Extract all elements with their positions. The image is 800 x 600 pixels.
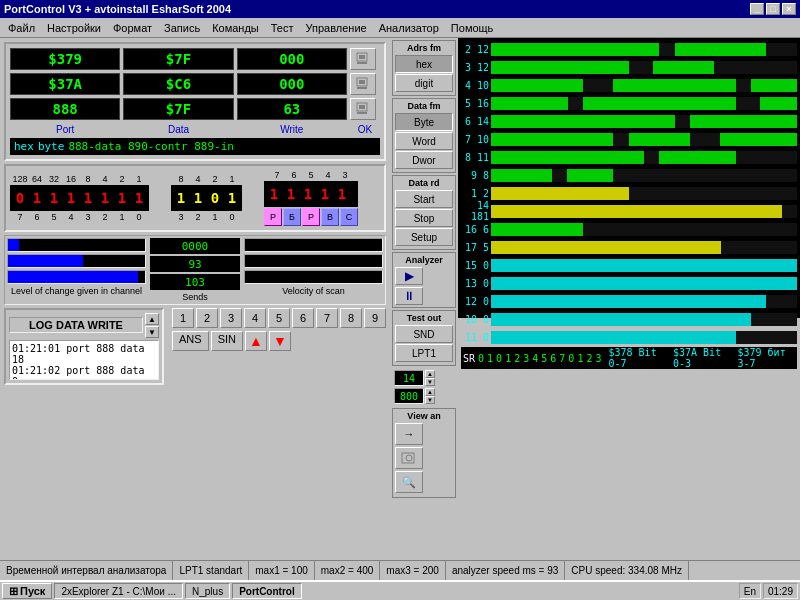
minimize-button[interactable]: _ xyxy=(750,3,764,15)
taskbar-portcontrol[interactable]: PortControl xyxy=(232,583,302,599)
menu-record[interactable]: Запись xyxy=(158,20,206,36)
snd-btn[interactable]: SND xyxy=(395,325,453,343)
arrow-down-button[interactable]: ▼ xyxy=(269,331,291,351)
num-btn-5[interactable]: 5 xyxy=(268,308,290,328)
analyzer-pause-btn[interactable]: ⏸ xyxy=(395,287,423,305)
scroll-down-btn[interactable]: ▼ xyxy=(145,326,159,338)
bit-3[interactable]: 1 xyxy=(63,187,79,209)
taskbar-explorer[interactable]: 2xExplorer Z1 - C:\Мои ... xyxy=(54,583,183,599)
bit3-0[interactable]: 1 xyxy=(266,183,282,205)
menu-file[interactable]: Файл xyxy=(2,20,41,36)
hex-btn[interactable]: hex xyxy=(395,55,453,73)
sends-value-2[interactable]: 93 xyxy=(150,256,240,272)
write-field-3[interactable]: 63 xyxy=(237,98,347,120)
bit-0[interactable]: 0 xyxy=(12,187,28,209)
p-btn-1[interactable]: P xyxy=(264,208,282,226)
bit3-3[interactable]: 1 xyxy=(317,183,333,205)
num-btn-6[interactable]: 6 xyxy=(292,308,314,328)
log-section: LOG DATA WRITE ▲ ▼ 01:21:01 port 888 dat… xyxy=(4,308,164,385)
close-button[interactable]: × xyxy=(782,3,796,15)
spin-up-1[interactable]: ▲ xyxy=(425,370,435,378)
sends-value-1[interactable]: 0000 xyxy=(150,238,240,254)
velocity-slider-3[interactable] xyxy=(244,270,383,284)
data-field-2[interactable]: $C6 xyxy=(123,73,233,95)
view-btn-3[interactable]: 🔍 xyxy=(395,471,423,493)
menu-settings[interactable]: Настройки xyxy=(41,20,107,36)
menu-format[interactable]: Формат xyxy=(107,20,158,36)
maximize-button[interactable]: □ xyxy=(766,3,780,15)
sr-bit-13: 3 xyxy=(595,353,601,364)
bit3-2[interactable]: 1 xyxy=(300,183,316,205)
ans-button[interactable]: ANS xyxy=(172,331,209,351)
spin-down-2[interactable]: ▼ xyxy=(425,396,435,404)
velocity-slider-2[interactable] xyxy=(244,254,383,268)
bit-values-1: 0 1 1 1 1 1 1 1 xyxy=(10,185,149,211)
write-field-1[interactable]: 000 xyxy=(237,48,347,70)
data-field-3[interactable]: $7F xyxy=(123,98,233,120)
sends-value-3[interactable]: 103 xyxy=(150,274,240,290)
arrow-up-button[interactable]: ▲ xyxy=(245,331,267,351)
view-btn-1[interactable]: → xyxy=(395,423,423,445)
icon-btn-1[interactable] xyxy=(350,48,376,70)
menu-analyzer[interactable]: Анализатор xyxy=(373,20,445,36)
b-btn-2[interactable]: B xyxy=(321,208,339,226)
data-field-1[interactable]: $7F xyxy=(123,48,233,70)
byte-btn[interactable]: Byte xyxy=(395,113,453,131)
bit2-1[interactable]: 1 xyxy=(190,187,206,209)
bit2-3[interactable]: 1 xyxy=(224,187,240,209)
bit-2[interactable]: 1 xyxy=(46,187,62,209)
menu-commands[interactable]: Команды xyxy=(206,20,265,36)
port-field-2[interactable]: $37A xyxy=(10,73,120,95)
b-btn-1[interactable]: Б xyxy=(283,208,301,226)
num-btn-4[interactable]: 4 xyxy=(244,308,266,328)
bit-labels-top-1: 128 64 32 16 8 4 2 1 xyxy=(10,174,149,184)
num-btn-7[interactable]: 7 xyxy=(316,308,338,328)
port-field-3[interactable]: 888 xyxy=(10,98,120,120)
bit3-4[interactable]: 1 xyxy=(334,183,350,205)
analyzer-play-btn[interactable]: ▶ xyxy=(395,267,423,285)
spin-value-1[interactable]: 14 xyxy=(394,370,424,386)
num-btn-9[interactable]: 9 xyxy=(364,308,386,328)
spin-down-1[interactable]: ▼ xyxy=(425,378,435,386)
digit-btn[interactable]: digit xyxy=(395,74,453,92)
bit-5[interactable]: 1 xyxy=(97,187,113,209)
write-field-2[interactable]: 000 xyxy=(237,73,347,95)
view-an-group: View an → 🔍 xyxy=(392,408,456,498)
bit2-2[interactable]: 0 xyxy=(207,187,223,209)
word-btn[interactable]: Word xyxy=(395,132,453,150)
taskbar-lang[interactable]: En xyxy=(739,583,761,599)
menu-help[interactable]: Помощь xyxy=(445,20,500,36)
icon-btn-2[interactable] xyxy=(350,73,376,95)
c-btn[interactable]: C xyxy=(340,208,358,226)
start-btn[interactable]: Start xyxy=(395,190,453,208)
num-btn-1[interactable]: 1 xyxy=(172,308,194,328)
p-btn-2[interactable]: P xyxy=(302,208,320,226)
view-btn-2[interactable] xyxy=(395,447,423,469)
taskbar-nplus[interactable]: N_plus xyxy=(185,583,230,599)
menu-test[interactable]: Тест xyxy=(265,20,300,36)
spin-up-2[interactable]: ▲ xyxy=(425,388,435,396)
stop-btn[interactable]: Stop xyxy=(395,209,453,227)
bit3-1[interactable]: 1 xyxy=(283,183,299,205)
port-field-1[interactable]: $379 xyxy=(10,48,120,70)
title-text: PortControl V3 + avtoinstall EsharSoft 2… xyxy=(4,3,231,15)
bit-1[interactable]: 1 xyxy=(29,187,45,209)
bit-6[interactable]: 1 xyxy=(114,187,130,209)
data-fm-group: Data fm Byte Word Dwor xyxy=(392,98,456,173)
lpt1-btn[interactable]: LPT1 xyxy=(395,344,453,362)
num-btn-3[interactable]: 3 xyxy=(220,308,242,328)
spin-value-2[interactable]: 800 xyxy=(394,388,424,404)
menu-control[interactable]: Управление xyxy=(300,20,373,36)
num-btn-2[interactable]: 2 xyxy=(196,308,218,328)
dwor-btn[interactable]: Dwor xyxy=(395,151,453,169)
sin-button[interactable]: SIN xyxy=(211,331,243,351)
velocity-slider-1[interactable] xyxy=(244,238,383,252)
scroll-up-btn[interactable]: ▲ xyxy=(145,313,159,325)
start-button[interactable]: ⊞ Пуск xyxy=(2,583,52,599)
bit-7[interactable]: 1 xyxy=(131,187,147,209)
num-btn-8[interactable]: 8 xyxy=(340,308,362,328)
setup-btn[interactable]: Setup xyxy=(395,228,453,246)
bit-4[interactable]: 1 xyxy=(80,187,96,209)
bit2-0[interactable]: 1 xyxy=(173,187,189,209)
icon-btn-3[interactable] xyxy=(350,98,376,120)
